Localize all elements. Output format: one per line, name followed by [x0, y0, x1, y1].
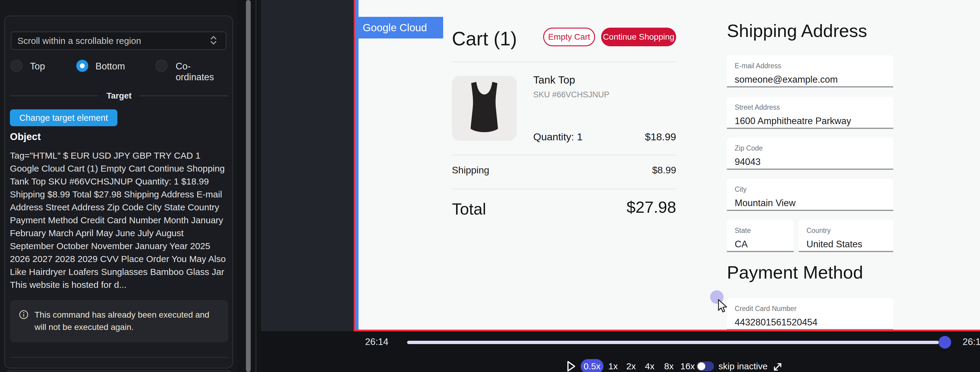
email-field[interactable]: E-mail Address someone@example.com — [727, 55, 893, 88]
divider — [452, 62, 676, 62]
continue-shopping-button[interactable]: Continue Shopping — [601, 28, 676, 46]
product-name: Tank Top — [533, 74, 575, 86]
divider — [452, 155, 676, 155]
speed-8x-button[interactable]: 8x — [664, 361, 674, 371]
command-type-value: Scroll within a scrollable region — [18, 36, 208, 46]
execution-notice-text: This command has already been executed a… — [35, 308, 220, 342]
payment-method-heading: Payment Method — [727, 262, 863, 283]
empty-cart-button[interactable]: Empty Cart — [543, 28, 595, 46]
target-section-label: Target — [107, 91, 132, 101]
zip-field-value: 94043 — [735, 156, 893, 168]
radio-coordinates-label: Co-ordinates — [176, 61, 228, 83]
product-image-tank-top — [452, 76, 517, 140]
skip-inactive-label: skip inactive — [719, 361, 767, 371]
product-quantity: Quantity: 1 — [533, 131, 582, 143]
info-icon — [19, 310, 29, 342]
street-field[interactable]: Street Address 1600 Amphitheatre Parkway — [727, 97, 893, 129]
email-field-value: someone@example.com — [735, 74, 893, 85]
target-section-divider: Target — [10, 91, 228, 101]
radio-bottom[interactable] — [76, 60, 88, 72]
mouse-cursor-icon — [717, 299, 730, 315]
object-heading: Object — [10, 131, 41, 142]
email-field-label: E-mail Address — [735, 62, 893, 70]
divider-line — [10, 96, 99, 96]
radio-top[interactable] — [11, 60, 22, 72]
shipping-address-heading: Shipping Address — [727, 21, 867, 41]
skip-inactive-toggle[interactable] — [697, 361, 714, 371]
recorded-webpage: Cart (1) Empty Cart Continue Shopping Ta… — [358, 0, 980, 330]
panel-divider — [10, 357, 228, 358]
command-type-select[interactable]: Scroll within a scrollable region — [11, 32, 226, 50]
shipping-row-label: Shipping — [452, 164, 489, 176]
workspace-background — [261, 0, 354, 331]
command-sidebar: Scroll within a scrollable region Top Bo… — [0, 0, 237, 372]
product-price: $18.99 — [600, 131, 676, 143]
google-cloud-badge: Google Cloud — [355, 17, 443, 38]
city-field-value: Mountain View — [735, 198, 893, 209]
state-field[interactable]: State CA — [727, 220, 794, 252]
radio-coordinates[interactable] — [156, 60, 167, 72]
country-field-value: United States — [807, 239, 893, 250]
object-target-text: Tag="HTML" $ EUR USD JPY GBP TRY CAD 1 G… — [10, 149, 230, 291]
toggle-knob — [697, 362, 705, 370]
divider-line — [139, 96, 228, 96]
play-button[interactable] — [566, 360, 576, 372]
execution-notice: This command has already been executed a… — [10, 300, 228, 342]
timeline-thumb[interactable] — [939, 336, 951, 348]
zip-field[interactable]: Zip Code 94043 — [727, 137, 893, 170]
select-chevrons-icon — [208, 34, 219, 48]
gutter-divider — [256, 0, 256, 372]
end-time-label: 26:15 — [963, 337, 980, 347]
fullscreen-expand-icon[interactable] — [772, 361, 783, 372]
current-time-label: 26:14 — [365, 337, 388, 347]
next-command-card — [4, 370, 233, 372]
total-row-value: $27.98 — [571, 198, 676, 216]
shipping-row-value: $8.99 — [600, 164, 676, 176]
credit-card-field-label: Credit Card Number — [735, 305, 893, 313]
credit-card-field-value: 4432801561520454 — [735, 317, 893, 328]
credit-card-field[interactable]: Credit Card Number 4432801561520454 — [727, 298, 893, 330]
state-field-label: State — [735, 227, 794, 235]
total-row-label: Total — [452, 200, 486, 218]
speed-16x-button[interactable]: 16x — [680, 361, 695, 371]
panel-scrollbar[interactable] — [246, 0, 251, 372]
speed-2x-button[interactable]: 2x — [626, 361, 636, 371]
divider — [452, 189, 676, 189]
country-field-label: Country — [807, 227, 893, 235]
state-field-value: CA — [735, 239, 794, 250]
country-field[interactable]: Country United States — [799, 220, 893, 252]
timeline-track[interactable] — [407, 341, 939, 344]
radio-bottom-label: Bottom — [95, 61, 125, 72]
scroll-position-radios: Top Bottom Co-ordinates — [10, 59, 228, 73]
speed-0.5x-button[interactable]: 0.5x — [581, 359, 603, 372]
target-element-highlight — [355, 0, 358, 330]
speed-4x-button[interactable]: 4x — [645, 361, 654, 371]
cart-title: Cart (1) — [452, 28, 517, 50]
product-sku: SKU #66VCHSJNUP — [533, 90, 609, 99]
city-field[interactable]: City Mountain View — [727, 179, 893, 211]
street-field-label: Street Address — [735, 103, 893, 112]
speed-1x-button[interactable]: 1x — [608, 361, 618, 371]
street-field-value: 1600 Amphitheatre Parkway — [735, 116, 893, 126]
city-field-label: City — [735, 185, 893, 193]
radio-top-label: Top — [30, 61, 45, 72]
change-target-button[interactable]: Change target element — [10, 109, 118, 126]
zip-field-label: Zip Code — [735, 144, 893, 152]
